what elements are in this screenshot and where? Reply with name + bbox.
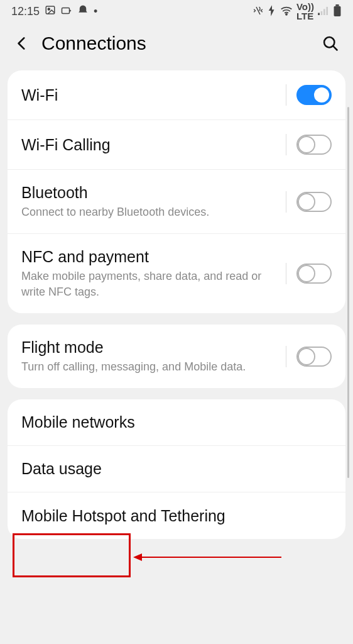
- signal-icon: [318, 6, 329, 16]
- divider: [286, 263, 286, 284]
- row-wifi[interactable]: Wi-Fi: [8, 70, 345, 120]
- status-bar: 12:15 • Vo)) LTE: [0, 0, 353, 23]
- row-flight-mode[interactable]: Flight mode Turn off calling, messaging,…: [8, 325, 345, 388]
- svg-rect-4: [318, 13, 320, 16]
- battery-saver-icon: [268, 5, 276, 18]
- battery-icon: [333, 4, 342, 18]
- svg-rect-7: [326, 7, 328, 15]
- row-mobile-networks[interactable]: Mobile networks: [8, 399, 345, 446]
- row-title: Data usage: [21, 460, 332, 478]
- row-title: Bluetooth: [21, 184, 286, 202]
- toggle-wifi[interactable]: [296, 85, 332, 105]
- svg-marker-13: [133, 553, 142, 561]
- settings-group-1: Wi-Fi Wi-Fi Calling Bluetooth Connect to…: [8, 70, 345, 313]
- row-bluetooth[interactable]: Bluetooth Connect to nearby Bluetooth de…: [8, 170, 345, 234]
- svg-point-1: [48, 8, 50, 10]
- svg-rect-8: [335, 4, 339, 6]
- divider: [286, 346, 286, 367]
- divider: [286, 84, 286, 106]
- search-icon: [322, 35, 339, 52]
- voicemail-icon: [61, 5, 72, 18]
- scroll-indicator: [347, 107, 349, 478]
- divider: [286, 191, 286, 213]
- back-button[interactable]: [14, 35, 30, 52]
- svg-rect-9: [334, 6, 341, 16]
- status-time: 12:15: [11, 5, 40, 18]
- picture-icon: [45, 4, 56, 19]
- vibrate-icon: [253, 5, 264, 18]
- toggle-bluetooth[interactable]: [296, 192, 332, 212]
- wifi-icon: [280, 6, 293, 17]
- row-title: Mobile Hotspot and Tethering: [21, 507, 332, 525]
- settings-group-2: Flight mode Turn off calling, messaging,…: [8, 325, 345, 388]
- divider: [286, 134, 286, 155]
- toggle-flight-mode[interactable]: [296, 347, 332, 367]
- svg-point-3: [286, 14, 287, 15]
- row-data-usage[interactable]: Data usage: [8, 446, 345, 492]
- svg-rect-2: [62, 8, 70, 13]
- row-title: Mobile networks: [21, 413, 332, 431]
- dnd-icon: [77, 4, 89, 19]
- page-header: Connections: [0, 23, 353, 70]
- svg-line-11: [333, 46, 337, 50]
- row-nfc[interactable]: NFC and payment Make mobile payments, sh…: [8, 234, 345, 313]
- svg-rect-6: [323, 9, 325, 15]
- chevron-left-icon: [14, 35, 30, 52]
- row-hotspot-tethering[interactable]: Mobile Hotspot and Tethering: [8, 492, 345, 539]
- row-sub: Turn off calling, messaging, and Mobile …: [21, 359, 286, 374]
- row-title: Wi-Fi Calling: [21, 136, 286, 154]
- svg-rect-0: [46, 6, 55, 14]
- dot-icon: •: [94, 5, 97, 18]
- settings-group-3: Mobile networks Data usage Mobile Hotspo…: [8, 399, 345, 539]
- search-button[interactable]: [322, 35, 339, 52]
- row-wifi-calling[interactable]: Wi-Fi Calling: [8, 120, 345, 170]
- toggle-wifi-calling[interactable]: [296, 135, 332, 155]
- lte-indicator: Vo)) LTE: [296, 2, 314, 21]
- row-title: Wi-Fi: [21, 86, 286, 104]
- svg-rect-5: [321, 11, 323, 15]
- annotation-highlight-box: [13, 533, 131, 577]
- row-sub: Make mobile payments, share data, and re…: [21, 269, 286, 299]
- row-sub: Connect to nearby Bluetooth devices.: [21, 204, 286, 219]
- row-title: Flight mode: [21, 338, 286, 357]
- annotation-arrow: [132, 551, 283, 564]
- page-title: Connections: [41, 33, 310, 54]
- toggle-nfc[interactable]: [296, 264, 332, 284]
- row-title: NFC and payment: [21, 248, 286, 266]
